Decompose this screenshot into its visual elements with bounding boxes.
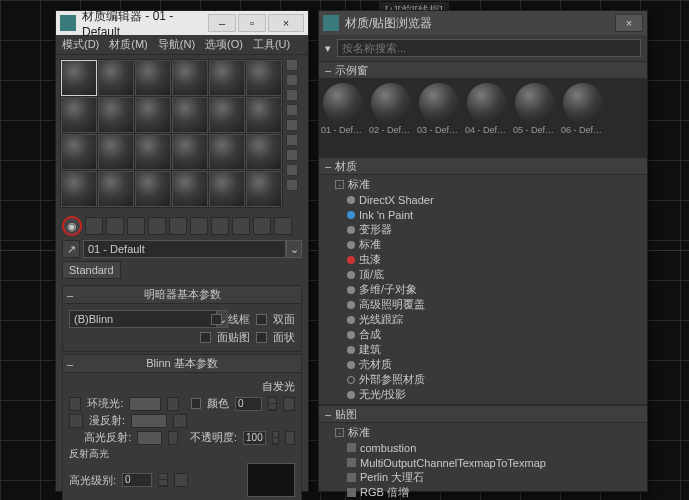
chevron-down-icon[interactable]: ⌄ bbox=[286, 240, 302, 258]
close-button[interactable]: × bbox=[268, 14, 304, 32]
stepper[interactable] bbox=[158, 473, 168, 487]
sample-slot[interactable] bbox=[61, 97, 97, 133]
sample-slot[interactable] bbox=[61, 134, 97, 170]
tree-item[interactable]: combustion bbox=[319, 440, 647, 455]
tree-item[interactable]: 壳材质 bbox=[319, 357, 647, 372]
side-tool-icon[interactable] bbox=[286, 134, 298, 146]
map-button[interactable] bbox=[173, 414, 187, 428]
titlebar[interactable]: 材质/贴图浏览器 × bbox=[319, 11, 647, 35]
materials-header[interactable]: –材质 bbox=[319, 157, 647, 175]
sample-slot[interactable] bbox=[135, 134, 171, 170]
tool-icon[interactable] bbox=[85, 217, 103, 235]
tool-icon[interactable] bbox=[253, 217, 271, 235]
maximize-button[interactable]: ▫ bbox=[238, 14, 266, 32]
sample-slot[interactable] bbox=[172, 134, 208, 170]
material-type-button[interactable]: Standard bbox=[62, 261, 121, 279]
specular-swatch[interactable] bbox=[137, 431, 162, 445]
spec-level-value[interactable]: 0 bbox=[122, 473, 152, 487]
tree-item[interactable]: 标准 bbox=[319, 237, 647, 252]
menu-material[interactable]: 材质(M) bbox=[109, 37, 148, 52]
menu-navigate[interactable]: 导航(N) bbox=[158, 37, 195, 52]
minimize-button[interactable]: – bbox=[208, 14, 236, 32]
tree-item[interactable]: 建筑 bbox=[319, 342, 647, 357]
dropdown-icon[interactable]: ▾ bbox=[325, 42, 331, 55]
tool-icon[interactable] bbox=[127, 217, 145, 235]
get-material-button[interactable]: ◉ bbox=[62, 216, 82, 236]
sample-slot[interactable] bbox=[98, 171, 134, 207]
sample-slot[interactable] bbox=[209, 134, 245, 170]
tree-group[interactable]: -标准 bbox=[319, 425, 647, 440]
tree-item[interactable]: 顶/底 bbox=[319, 267, 647, 282]
tree-item[interactable]: 外部参照材质 bbox=[319, 372, 647, 387]
sample-slot[interactable] bbox=[209, 171, 245, 207]
map-button[interactable] bbox=[283, 397, 295, 411]
sample-item[interactable]: 05 - Defaul... bbox=[515, 83, 555, 153]
tool-icon[interactable] bbox=[211, 217, 229, 235]
sample-slot[interactable] bbox=[135, 97, 171, 133]
stepper[interactable] bbox=[268, 397, 277, 411]
side-tool-icon[interactable] bbox=[286, 59, 298, 71]
sample-slot[interactable] bbox=[172, 97, 208, 133]
sample-item[interactable]: 03 - Defaul... bbox=[419, 83, 459, 153]
sample-slot[interactable] bbox=[135, 171, 171, 207]
tool-icon[interactable] bbox=[190, 217, 208, 235]
self-illum-value[interactable]: 0 bbox=[235, 397, 262, 411]
tree-item[interactable]: 光线跟踪 bbox=[319, 312, 647, 327]
tree-item[interactable]: Ink 'n Paint bbox=[319, 207, 647, 222]
material-name-field[interactable] bbox=[83, 240, 286, 258]
rollout-header[interactable]: –Blinn 基本参数 bbox=[63, 355, 301, 373]
tree-item[interactable]: 虫漆 bbox=[319, 252, 647, 267]
sample-slot[interactable] bbox=[209, 60, 245, 96]
sample-slot[interactable] bbox=[61, 171, 97, 207]
tool-icon[interactable] bbox=[169, 217, 187, 235]
menu-tools[interactable]: 工具(U) bbox=[253, 37, 290, 52]
tool-icon[interactable] bbox=[148, 217, 166, 235]
tree-item[interactable]: 高级照明覆盖 bbox=[319, 297, 647, 312]
self-illum-color-checkbox[interactable] bbox=[191, 398, 201, 409]
titlebar[interactable]: 材质编辑器 - 01 - Default – ▫ × bbox=[56, 11, 308, 35]
sample-slot[interactable] bbox=[246, 134, 282, 170]
tree-item[interactable]: Perlin 大理石 bbox=[319, 470, 647, 485]
map-button[interactable] bbox=[167, 397, 179, 411]
pick-icon[interactable]: ↗ bbox=[62, 240, 80, 258]
sample-header[interactable]: –示例窗 bbox=[319, 61, 647, 79]
tool-icon[interactable] bbox=[232, 217, 250, 235]
sample-item[interactable]: 01 - Defaul... bbox=[323, 83, 363, 153]
sample-slot[interactable] bbox=[246, 171, 282, 207]
two-sided-checkbox[interactable] bbox=[256, 314, 267, 325]
tree-item[interactable]: MultiOutputChannelTexmapToTexmap bbox=[319, 455, 647, 470]
sample-item[interactable]: 06 - Defaul... bbox=[563, 83, 603, 153]
tree-item[interactable]: 多维/子对象 bbox=[319, 282, 647, 297]
tool-icon[interactable] bbox=[106, 217, 124, 235]
side-tool-icon[interactable] bbox=[286, 89, 298, 101]
tree-item[interactable]: 变形器 bbox=[319, 222, 647, 237]
sample-slot[interactable] bbox=[246, 60, 282, 96]
sample-slot[interactable] bbox=[98, 97, 134, 133]
material-name-dropdown[interactable]: ⌄ bbox=[83, 240, 302, 258]
side-tool-icon[interactable] bbox=[286, 164, 298, 176]
menu-mode[interactable]: 模式(D) bbox=[62, 37, 99, 52]
tree-item[interactable]: 无光/投影 bbox=[319, 387, 647, 402]
sample-item[interactable]: 02 - Defaul... bbox=[371, 83, 411, 153]
diffuse-swatch[interactable] bbox=[131, 414, 167, 428]
map-button[interactable] bbox=[285, 431, 295, 445]
stepper[interactable] bbox=[272, 431, 279, 445]
sample-slot[interactable] bbox=[135, 60, 171, 96]
side-tool-icon[interactable] bbox=[286, 149, 298, 161]
map-button[interactable] bbox=[168, 431, 178, 445]
rollout-header[interactable]: –明暗器基本参数 bbox=[63, 286, 301, 304]
tree-item[interactable]: DirectX Shader bbox=[319, 192, 647, 207]
sample-slot[interactable] bbox=[98, 60, 134, 96]
faceted-checkbox[interactable] bbox=[256, 332, 267, 343]
diffuse-lock-icon[interactable] bbox=[69, 414, 83, 428]
sample-item[interactable]: 04 - Defaul... bbox=[467, 83, 507, 153]
tool-icon[interactable] bbox=[274, 217, 292, 235]
sample-slot[interactable] bbox=[172, 60, 208, 96]
search-input[interactable] bbox=[337, 39, 641, 57]
facemap-checkbox[interactable] bbox=[200, 332, 211, 343]
side-tool-icon[interactable] bbox=[286, 119, 298, 131]
side-tool-icon[interactable] bbox=[286, 74, 298, 86]
side-tool-icon[interactable] bbox=[286, 104, 298, 116]
sample-slot[interactable] bbox=[246, 97, 282, 133]
opacity-value[interactable]: 100 bbox=[243, 431, 266, 445]
